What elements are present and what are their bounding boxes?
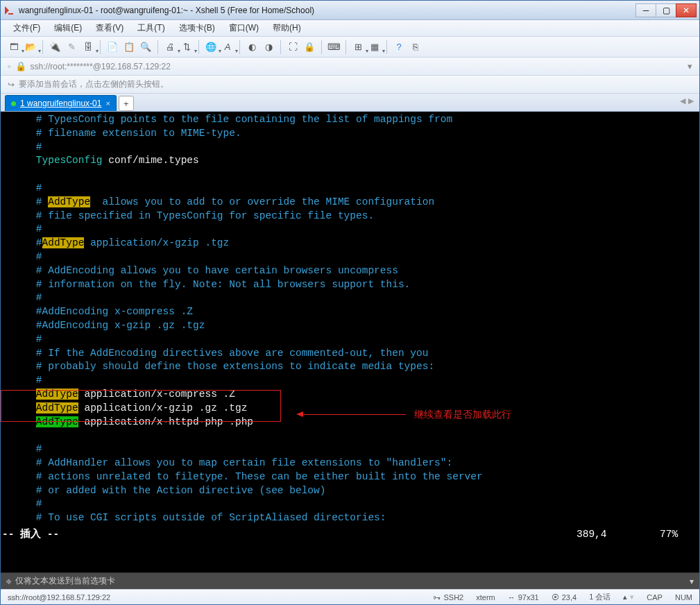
- sess-down-icon[interactable]: ▾: [630, 593, 634, 602]
- svg-rect-0: [8, 13, 13, 15]
- input-placeholder: 仅将文本发送到当前选项卡: [15, 575, 115, 587]
- lock-small-icon: 🔒: [15, 61, 26, 71]
- menu-help[interactable]: 帮助(H): [267, 21, 307, 35]
- tab-next-icon[interactable]: ▶: [688, 96, 694, 105]
- properties-icon[interactable]: 🗄: [82, 41, 94, 53]
- menu-tools[interactable]: 工具(T): [132, 21, 170, 35]
- fullscreen-icon[interactable]: ⛶: [287, 41, 299, 53]
- terminal-line: #AddType application/x-gzip .tgz: [12, 237, 699, 250]
- vim-mode: -- 插入 --: [2, 529, 59, 540]
- terminal-line: #AddEncoding x-compress .Z: [12, 305, 699, 319]
- terminal-line: # TypesConfig points to the file contain…: [12, 113, 699, 127]
- tab-add-button[interactable]: +: [119, 96, 134, 111]
- status-term: xterm: [476, 593, 495, 602]
- tab-label: 1 wangruifenglinux-01: [20, 99, 101, 108]
- pin-icon[interactable]: ◦: [8, 61, 11, 71]
- toolbar: 🗔 📂 🔌 ✎ 🗄 📄 📋 🔍 🖨 ⇅ 🌐 A ◐ ◑ ⛶ 🔒 ⌨ ⊞ ▦ ? …: [1, 37, 699, 58]
- open-icon[interactable]: 📂: [24, 41, 37, 53]
- globe-icon[interactable]: 🌐: [205, 41, 217, 53]
- disconnect-icon[interactable]: ✎: [65, 41, 78, 53]
- size-icon: ↔: [508, 593, 515, 602]
- tab-close-icon[interactable]: ×: [105, 99, 110, 108]
- terminal-line: # AddEncoding allows you to have certain…: [12, 264, 699, 278]
- status-ssh: SSH2: [443, 593, 463, 602]
- vim-position: 389,4: [577, 528, 607, 542]
- app-window: wangruifenglinux-01 - root@wangruifeng-0…: [0, 0, 700, 605]
- terminal-line: #: [12, 223, 699, 237]
- input-bar[interactable]: ⎆ 仅将文本发送到当前选项卡 ▾: [1, 572, 699, 589]
- terminal-line: # actions unrelated to filetype. These c…: [12, 470, 699, 484]
- add-icon[interactable]: ⊞: [352, 41, 364, 53]
- terminal-line: # filename extension to MIME-type.: [12, 127, 699, 141]
- vim-status-line: -- 插入 --389,477%: [1, 528, 699, 542]
- window-controls: ─ ▢ ✕: [636, 3, 697, 17]
- terminal-line: # file specified in TypesConfig for spec…: [12, 210, 699, 223]
- terminal-line: #: [12, 333, 699, 347]
- exit-icon[interactable]: ⎘: [409, 41, 422, 53]
- terminal-line: #: [12, 182, 699, 196]
- session-tab[interactable]: 1 wangruifenglinux-01 ×: [5, 95, 117, 111]
- font-icon[interactable]: A: [221, 41, 234, 53]
- terminal-line: AddType application/x-gzip .gz .tgz: [12, 402, 699, 416]
- terminal-line: # probably should define those extension…: [12, 360, 699, 374]
- dropdown-icon[interactable]: ▾: [688, 61, 692, 71]
- maximize-button[interactable]: ▢: [656, 3, 676, 17]
- terminal-line: #: [12, 141, 699, 155]
- input-dropdown-icon[interactable]: ▾: [690, 577, 694, 586]
- ssh-icon: 🗝: [433, 593, 441, 602]
- terminal[interactable]: # TypesConfig points to the file contain…: [1, 112, 699, 572]
- layout-icon[interactable]: ▦: [368, 41, 381, 53]
- menubar: 文件(F) 编辑(E) 查看(V) 工具(T) 选项卡(B) 窗口(W) 帮助(…: [1, 20, 699, 37]
- find-icon[interactable]: 🔍: [139, 41, 152, 53]
- close-button[interactable]: ✕: [676, 3, 697, 17]
- print-icon[interactable]: 🖨: [164, 41, 176, 53]
- separator: [42, 40, 43, 54]
- keyboard-icon[interactable]: ⌨: [327, 41, 340, 53]
- separator: [157, 40, 158, 54]
- xshell-icon[interactable]: ◑: [262, 41, 275, 53]
- terminal-line: # To use CGI scripts outside of ScriptAl…: [12, 511, 699, 525]
- status-bar: ssh://root@192.168.57.129:22 🗝SSH2 xterm…: [1, 589, 699, 604]
- tab-prev-icon[interactable]: ◀: [680, 96, 685, 105]
- tab-bar: 1 wangruifenglinux-01 × + ◀ ▶: [1, 94, 699, 112]
- transfer-icon[interactable]: ⇅: [180, 41, 193, 53]
- separator: [321, 40, 322, 54]
- help-icon[interactable]: ?: [393, 41, 405, 53]
- menu-view[interactable]: 查看(V): [90, 21, 129, 35]
- separator: [100, 40, 101, 54]
- separator: [280, 40, 281, 54]
- separator: [386, 40, 387, 54]
- status-num: NUM: [675, 593, 692, 602]
- address-text[interactable]: ssh://root:********@192.168.57.129:22: [31, 62, 683, 71]
- lock-icon[interactable]: 🔒: [303, 41, 316, 53]
- terminal-line: # AddHandler allows you to map certain f…: [12, 457, 699, 470]
- terminal-line: # information on the fly. Note: Not all …: [12, 278, 699, 292]
- sess-up-icon[interactable]: ▴: [623, 593, 627, 602]
- terminal-line: AddType application/x-httpd-php .php: [12, 416, 699, 429]
- hint-bar: ↪ 要添加当前会话，点击左侧的箭头按钮。: [1, 76, 699, 94]
- address-bar: ◦ 🔒 ssh://root:********@192.168.57.129:2…: [1, 58, 699, 76]
- hint-arrow-icon[interactable]: ↪: [8, 80, 15, 90]
- menu-window[interactable]: 窗口(W): [223, 21, 264, 35]
- vim-percent: 77%: [660, 528, 678, 542]
- hint-text: 要添加当前会话，点击左侧的箭头按钮。: [19, 78, 169, 90]
- menu-edit[interactable]: 编辑(E): [49, 21, 87, 35]
- menu-tab[interactable]: 选项卡(B): [173, 21, 221, 35]
- terminal-line: TypesConfig conf/mime.types: [12, 154, 699, 168]
- menu-file[interactable]: 文件(F): [8, 21, 46, 35]
- copy-icon[interactable]: 📄: [106, 41, 119, 53]
- minimize-button[interactable]: ─: [635, 3, 656, 17]
- titlebar[interactable]: wangruifenglinux-01 - root@wangruifeng-0…: [1, 1, 699, 20]
- new-session-icon[interactable]: 🗔: [8, 41, 20, 53]
- paste-icon[interactable]: 📋: [123, 41, 135, 53]
- status-connection: ssh://root@192.168.57.129:22: [8, 593, 420, 602]
- terminal-line: #: [12, 374, 699, 388]
- terminal-line: # or added with the Action directive (se…: [12, 484, 699, 498]
- terminal-line: [12, 429, 699, 443]
- terminal-line: #: [12, 443, 699, 457]
- reconnect-icon[interactable]: 🔌: [49, 41, 61, 53]
- xagent-icon[interactable]: ◐: [246, 41, 258, 53]
- status-cap: CAP: [647, 593, 663, 602]
- tab-nav: ◀ ▶: [680, 96, 694, 105]
- terminal-line: [12, 168, 699, 182]
